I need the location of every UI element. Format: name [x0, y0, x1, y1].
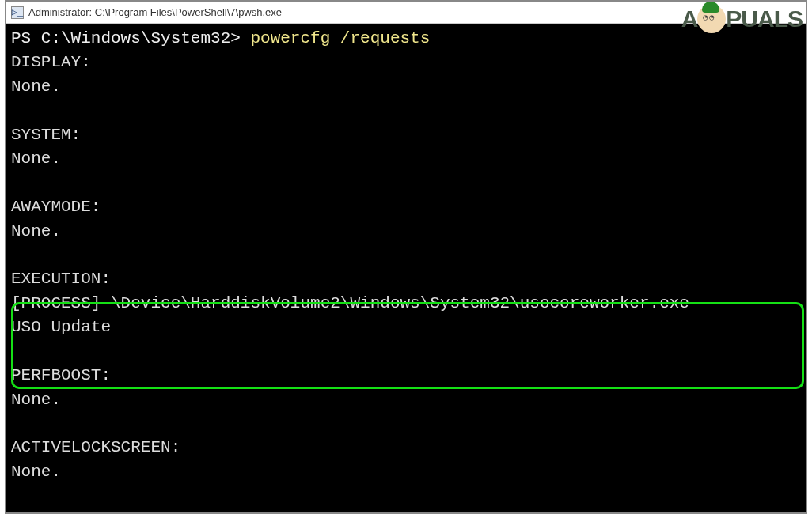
powershell-icon: ▷_: [11, 6, 24, 19]
watermark-avatar-icon: [697, 5, 726, 33]
section-activelockscreen-label: ACTIVELOCKSCREEN:: [11, 436, 801, 459]
section-system-value: None.: [11, 147, 801, 171]
watermark-text-right: PUALS: [726, 6, 803, 32]
section-awaymode-label: AWAYMODE:: [11, 195, 801, 219]
section-perfboost-label: PERFBOOST:: [11, 364, 801, 387]
section-system-label: SYSTEM:: [11, 123, 801, 147]
blank-line: [11, 244, 801, 267]
section-execution-label: EXECUTION:: [11, 267, 801, 291]
terminal-body[interactable]: PS C:\Windows\System32> powercfg /reques…: [6, 24, 806, 512]
section-display-value: None.: [11, 75, 801, 99]
watermark-logo: A PUALS: [681, 5, 803, 33]
blank-line: [11, 172, 801, 195]
window-title: Administrator: C:\Program Files\PowerShe…: [28, 6, 282, 18]
section-execution-line2: USO Update: [11, 316, 801, 339]
section-execution-line1: [PROCESS] \Device\HarddiskVolume2\Window…: [11, 292, 801, 316]
section-perfboost-value: None.: [11, 388, 801, 412]
blank-line: [11, 340, 801, 364]
command-text: powercfg /requests: [250, 29, 430, 47]
blank-line: [11, 99, 801, 123]
terminal-window: ▷_ Administrator: C:\Program Files\Power…: [5, 0, 807, 514]
prompt: PS C:\Windows\System32>: [11, 29, 250, 47]
section-activelockscreen-value: None.: [11, 460, 801, 484]
watermark-text-left: A: [681, 6, 698, 32]
section-display-label: DISPLAY:: [11, 51, 801, 74]
section-awaymode-value: None.: [11, 220, 801, 244]
blank-line: [11, 412, 801, 436]
